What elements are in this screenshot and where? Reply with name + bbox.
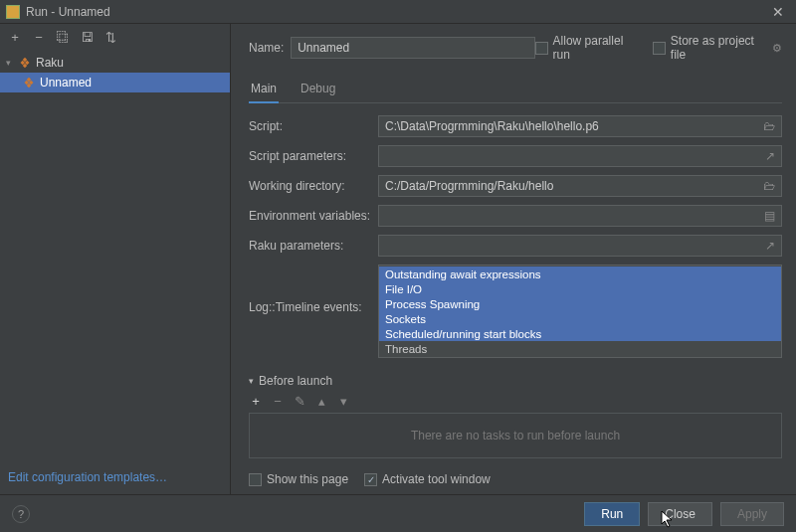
configurations-sidebar: + − ⿻ 🖫 ⇅ ▾ Raku Unnamed Edit configurat… [0, 24, 231, 494]
log-event-option[interactable]: Threads [379, 341, 781, 356]
browse-icon[interactable]: 🗁 [763, 119, 775, 133]
raku-params-input[interactable]: ↗ [378, 235, 782, 257]
log-events-label: Log::Timeline events: [249, 265, 378, 314]
raku-config-icon [22, 76, 36, 89]
script-params-input[interactable]: ↗ [378, 145, 782, 167]
store-project-file-label: Store as project file [671, 34, 768, 62]
script-label: Script: [249, 119, 378, 133]
edit-templates-link[interactable]: Edit configuration templates… [0, 464, 230, 494]
show-this-page-checkbox[interactable]: Show this page [249, 472, 348, 486]
config-tree: ▾ Raku Unnamed [0, 51, 230, 94]
script-input[interactable]: C:\Data\Progrmming\Raku\hello\hello.p6 🗁 [378, 115, 782, 137]
log-event-option[interactable]: Process Spawning [379, 296, 781, 311]
title-bar: Run - Unnamed ✕ [0, 0, 796, 24]
log-event-option[interactable]: File I/O [379, 281, 781, 296]
help-button[interactable]: ? [12, 505, 30, 523]
move-config-button[interactable]: ⇅ [103, 30, 117, 45]
move-up-button[interactable]: ▴ [314, 394, 328, 409]
config-toolbar: + − ⿻ 🖫 ⇅ [0, 24, 230, 51]
tree-label: Unnamed [40, 76, 92, 89]
save-config-button[interactable]: 🖫 [80, 30, 94, 45]
allow-parallel-checkbox[interactable]: Allow parallel run [535, 34, 640, 62]
apply-button[interactable]: Apply [720, 502, 784, 526]
list-icon[interactable]: ▤ [764, 209, 775, 223]
run-button[interactable]: Run [584, 502, 640, 526]
move-down-button[interactable]: ▾ [336, 394, 350, 409]
tree-label: Raku [36, 56, 64, 70]
expand-icon[interactable]: ↗ [765, 149, 775, 163]
log-event-option[interactable]: Sockets [379, 311, 781, 326]
show-this-page-label: Show this page [267, 472, 348, 486]
checkbox-icon [535, 42, 548, 55]
window-title: Run - Unnamed [26, 5, 766, 19]
tab-main[interactable]: Main [249, 78, 279, 103]
log-events-listbox[interactable]: Outstanding await expressionsFile I/OPro… [378, 265, 782, 358]
before-launch-list[interactable]: There are no tasks to run before launch [249, 413, 782, 458]
checkbox-icon [364, 473, 377, 486]
gear-icon[interactable]: ⚙ [772, 42, 782, 55]
app-icon [6, 5, 20, 19]
before-launch-title: Before launch [259, 374, 332, 388]
config-tabs: Main Debug [249, 78, 782, 103]
log-event-option[interactable]: Outstanding await expressions [379, 266, 781, 281]
log-event-option[interactable]: Scheduled/running start blocks [379, 326, 781, 341]
dialog-footer: ? Run Close Apply [0, 494, 796, 532]
env-vars-input[interactable]: ▤ [378, 205, 782, 227]
tab-debug[interactable]: Debug [298, 78, 337, 102]
window-close-button[interactable]: ✕ [766, 4, 790, 20]
copy-config-button[interactable]: ⿻ [56, 30, 70, 45]
activate-tool-window-label: Activate tool window [382, 472, 491, 486]
script-params-label: Script parameters: [249, 149, 378, 163]
raku-params-label: Raku parameters: [249, 239, 378, 253]
name-input[interactable] [291, 37, 535, 59]
raku-icon [18, 56, 32, 70]
name-label: Name: [249, 41, 291, 55]
add-config-button[interactable]: + [8, 30, 22, 45]
env-vars-label: Environment variables: [249, 209, 378, 223]
remove-task-button[interactable]: − [271, 394, 285, 409]
checkbox-icon [249, 473, 262, 486]
working-dir-label: Working directory: [249, 179, 378, 193]
allow-parallel-label: Allow parallel run [553, 34, 640, 62]
caret-down-icon: ▾ [6, 58, 16, 68]
tree-node-unnamed[interactable]: Unnamed [0, 73, 230, 92]
checkbox-icon [653, 42, 666, 55]
before-launch-header[interactable]: ▾ Before launch [249, 374, 782, 388]
tree-node-raku[interactable]: ▾ Raku [0, 53, 230, 73]
before-launch-empty-text: There are no tasks to run before launch [411, 429, 620, 443]
remove-config-button[interactable]: − [32, 30, 46, 45]
close-button[interactable]: Close [648, 502, 712, 526]
working-dir-input[interactable]: C:/Data/Progrmming/Raku/hello 🗁 [378, 175, 782, 197]
add-task-button[interactable]: + [249, 394, 263, 409]
edit-task-button[interactable]: ✎ [293, 394, 306, 409]
expand-icon[interactable]: ↗ [765, 239, 775, 253]
store-as-project-file-checkbox[interactable]: Store as project file [653, 34, 768, 62]
before-launch-toolbar: + − ✎ ▴ ▾ [249, 392, 782, 413]
config-editor: Name: Allow parallel run Store as projec… [231, 24, 796, 494]
activate-tool-window-checkbox[interactable]: Activate tool window [364, 472, 491, 486]
browse-icon[interactable]: 🗁 [763, 179, 775, 193]
caret-down-icon: ▾ [249, 376, 254, 386]
